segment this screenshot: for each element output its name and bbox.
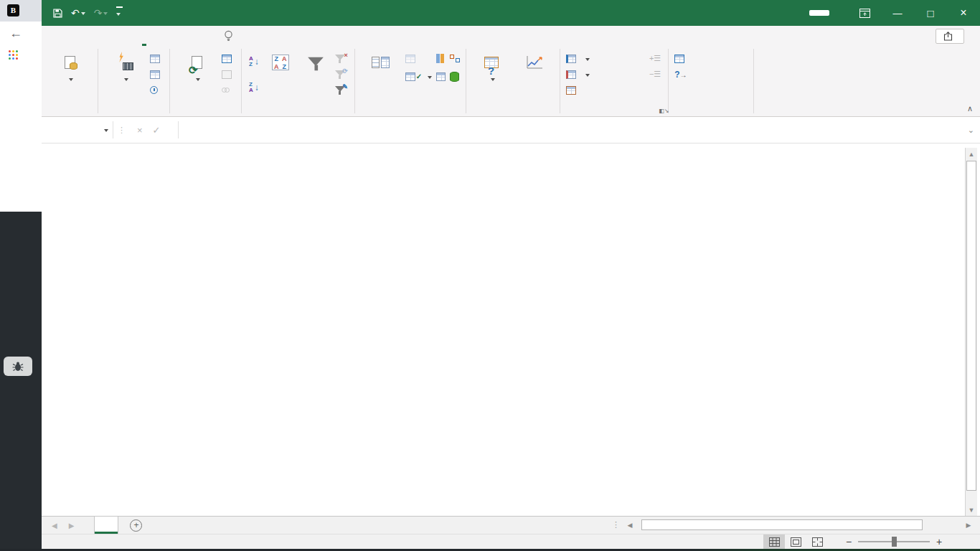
- flash-fill-button[interactable]: [405, 51, 432, 66]
- debug-extension-button[interactable]: [4, 357, 32, 376]
- scroll-up-icon[interactable]: ▲: [966, 148, 977, 160]
- properties-icon: [222, 70, 232, 79]
- ribbon-group-get-transform: [98, 46, 169, 116]
- name-box[interactable]: [42, 121, 113, 138]
- from-table-button[interactable]: [150, 67, 164, 82]
- forecast-sheet-button[interactable]: [515, 49, 554, 104]
- outline-dialog-launcher-icon[interactable]: ◧↘: [659, 108, 665, 114]
- hide-detail-button[interactable]: −☰: [649, 67, 661, 82]
- data-analysis-button[interactable]: [674, 51, 690, 66]
- tab-review[interactable]: [154, 26, 172, 46]
- page-break-preview-button[interactable]: [806, 534, 828, 550]
- recent-sources-button[interactable]: [150, 83, 164, 98]
- horizontal-scrollbar[interactable]: ◀ ▶: [624, 519, 974, 531]
- solver-button[interactable]: ?→: [674, 67, 690, 82]
- redo-button[interactable]: ↷: [94, 7, 108, 19]
- horizontal-scrollbar-thumb[interactable]: [641, 519, 923, 530]
- share-button[interactable]: [936, 29, 964, 44]
- new-query-icon: [117, 50, 133, 75]
- show-detail-button[interactable]: +☰: [649, 51, 661, 66]
- name-box-dropdown-icon[interactable]: [104, 129, 108, 134]
- sheet-nav-left-icon[interactable]: ◀: [52, 522, 57, 529]
- consolidate-button[interactable]: [436, 69, 446, 84]
- get-external-data-button[interactable]: [49, 49, 90, 104]
- ribbon-tab-row: [42, 26, 980, 46]
- vertical-scrollbar[interactable]: ▲ ▼: [965, 148, 977, 516]
- manage-data-model-button[interactable]: [450, 69, 460, 84]
- sort-ascending-button[interactable]: AZ ↓: [249, 53, 259, 70]
- cancel-icon[interactable]: ×: [137, 125, 143, 136]
- filter-button[interactable]: [301, 49, 331, 104]
- advanced-filter-button[interactable]: ✎: [335, 83, 349, 98]
- tab-scrollbar-splitter[interactable]: ⋮: [612, 520, 621, 529]
- group-label-get-transform: [98, 104, 169, 116]
- group-separator: [753, 49, 754, 113]
- sheet-tab-sheet1[interactable]: [94, 517, 118, 534]
- connections-icon: [222, 55, 232, 63]
- sheet-nav-right-icon[interactable]: ▶: [69, 522, 75, 529]
- scroll-right-icon[interactable]: ▶: [963, 519, 974, 531]
- tab-file[interactable]: [42, 26, 60, 46]
- page-layout-view-icon: [791, 537, 801, 547]
- refresh-all-icon: ⟳: [192, 50, 202, 75]
- scroll-down-icon[interactable]: ▼: [966, 504, 977, 516]
- undo-button[interactable]: ↶: [71, 7, 85, 19]
- zoom-slider[interactable]: [858, 541, 930, 542]
- normal-view-icon: [769, 537, 780, 547]
- clear-filter-button[interactable]: ×: [335, 51, 349, 66]
- tab-page-layout[interactable]: [98, 26, 116, 46]
- save-button[interactable]: [53, 9, 62, 18]
- ribbon-group-connections: ⟳: [170, 46, 241, 116]
- ungroup-icon: [566, 70, 576, 79]
- tab-help[interactable]: [191, 26, 209, 46]
- tab-home[interactable]: [60, 26, 79, 46]
- enter-icon[interactable]: ✓: [153, 125, 161, 136]
- properties-button[interactable]: [222, 67, 235, 82]
- vertical-scrollbar-thumb[interactable]: [966, 161, 976, 491]
- tab-view[interactable]: [172, 26, 191, 46]
- minimize-button[interactable]: —: [881, 0, 914, 26]
- sort-button[interactable]: ZAAZ: [265, 49, 296, 104]
- ribbon-display-options-button[interactable]: [848, 0, 881, 26]
- tab-data[interactable]: [135, 26, 154, 46]
- zoom-out-button[interactable]: −: [841, 536, 857, 547]
- formula-bar-splitter[interactable]: ⋮: [113, 126, 130, 135]
- reapply-filter-button[interactable]: ⟳: [335, 67, 349, 82]
- customize-qat-button[interactable]: [116, 6, 123, 20]
- text-to-columns-button[interactable]: [361, 49, 401, 104]
- new-query-button[interactable]: [104, 49, 146, 104]
- maximize-button[interactable]: □: [914, 0, 947, 26]
- subtotal-button[interactable]: [566, 83, 590, 98]
- refresh-all-button[interactable]: ⟳: [176, 49, 217, 104]
- zoom-slider-thumb[interactable]: [892, 537, 897, 547]
- tab-formulas[interactable]: [116, 26, 135, 46]
- customize-qat-icon: [116, 6, 123, 20]
- show-queries-button[interactable]: [150, 51, 164, 66]
- zoom-in-button[interactable]: +: [931, 536, 947, 547]
- edit-links-button[interactable]: [222, 83, 235, 98]
- what-if-analysis-button[interactable]: ?: [472, 49, 511, 104]
- sign-in-button[interactable]: [809, 10, 829, 16]
- page-layout-view-button[interactable]: [785, 534, 806, 550]
- close-button[interactable]: ×: [947, 0, 980, 26]
- tell-me-box[interactable]: [224, 30, 239, 42]
- relationships-button[interactable]: [450, 51, 460, 66]
- expand-formula-bar-icon[interactable]: ⌄: [968, 126, 980, 135]
- redo-dropdown-icon[interactable]: [103, 12, 108, 17]
- tab-insert[interactable]: [79, 26, 98, 46]
- browser-back-icon[interactable]: ←: [9, 26, 22, 41]
- new-sheet-button[interactable]: +: [130, 519, 142, 532]
- sort-ascending-icon: AZ: [249, 56, 253, 67]
- scroll-left-icon[interactable]: ◀: [624, 519, 636, 531]
- collapse-ribbon-icon[interactable]: ∧: [967, 104, 973, 113]
- data-validation-button[interactable]: ✓: [405, 69, 432, 84]
- undo-dropdown-icon[interactable]: [81, 12, 85, 17]
- formula-bar: ⋮ × ✓ ⌄: [42, 117, 980, 143]
- group-button[interactable]: [566, 51, 590, 66]
- normal-view-button[interactable]: [763, 534, 785, 550]
- remove-duplicates-button[interactable]: [436, 51, 446, 66]
- sort-descending-button[interactable]: ZA ↓: [249, 79, 259, 96]
- apps-grid-icon[interactable]: [9, 50, 18, 60]
- ungroup-button[interactable]: [566, 67, 590, 82]
- connections-button[interactable]: [222, 51, 235, 66]
